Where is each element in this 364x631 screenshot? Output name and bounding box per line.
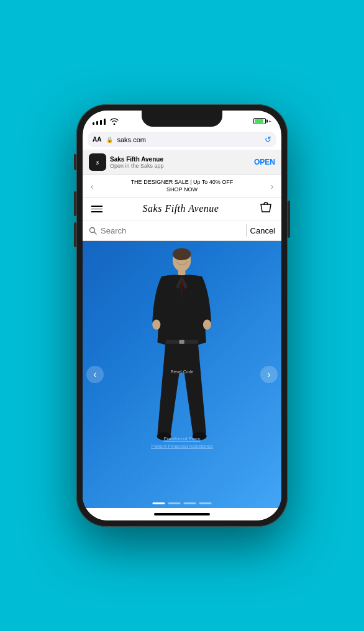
svg-rect-5 [178,270,185,276]
charge-indicator: + [268,119,271,124]
financial-link[interactable]: Patient Financial Assistance [151,443,213,449]
url-text: saks.com [117,136,145,143]
search-input[interactable] [101,226,242,235]
home-indicator [83,508,281,520]
hamburger-line-3 [91,211,102,212]
cancel-button[interactable]: Cancel [250,226,275,235]
battery-icon [253,118,266,124]
svg-rect-10 [180,340,184,345]
promo-text: THE DESIGNER SALE | Up To 40% OFF SHOP N… [96,179,268,193]
phone-inner: + AA 🔒 saks.com ↺ S [83,111,281,520]
nav-bar: Saks Fifth Avenue [83,197,281,220]
promo-line1: THE DESIGNER SALE | Up To 40% OFF [96,179,268,186]
svg-point-8 [203,320,211,330]
app-sub: Open in the Saks app [110,163,254,169]
dot-1[interactable] [153,502,165,504]
carousel-dots [153,502,212,504]
app-info: Saks Fifth Avenue Open in the Saks app [110,156,254,169]
promo-prev-arrow[interactable]: ‹ [88,181,96,191]
url-bar[interactable]: AA 🔒 saks.com ↺ [88,132,276,147]
hamburger-line-1 [91,206,102,207]
hero-next-button[interactable]: › [260,366,278,383]
promo-banner[interactable]: ‹ THE DESIGNER SALE | Up To 40% OFF SHOP… [83,175,281,197]
screen: + AA 🔒 saks.com ↺ S [83,111,281,520]
app-name: Saks Fifth Avenue [110,156,254,163]
phone-frame: + AA 🔒 saks.com ↺ S [76,104,288,527]
hero-background: Reset Code Enrollment Form Patient Finan… [83,241,281,508]
svg-point-7 [153,320,161,330]
search-bar: Cancel [83,220,281,241]
dot-3[interactable] [184,502,196,504]
search-icon [89,227,97,235]
signal-bar-4 [104,119,106,125]
hero-links: Enrollment Form Patient Financial Assist… [151,436,213,449]
signal-bar-1 [93,122,94,125]
enrollment-link[interactable]: Enrollment Form [163,436,200,442]
lock-icon: 🔒 [106,137,113,143]
battery-fill [255,119,263,123]
search-divider [246,224,247,237]
app-icon: S [89,153,106,171]
dot-2[interactable] [168,502,181,504]
promo-line2: SHOP NOW [96,186,268,194]
power-button[interactable] [288,201,290,238]
hamburger-menu[interactable] [91,206,102,212]
open-app-button[interactable]: OPEN [254,158,275,166]
hero-overlay-text: Reset Code [171,370,194,374]
man-svg [131,241,232,494]
bag-icon[interactable] [259,201,273,216]
signal-bar-3 [100,120,102,125]
home-bar [154,513,210,515]
reload-icon[interactable]: ↺ [265,135,271,144]
hero-image [83,241,281,508]
volume-down-button[interactable] [74,222,76,247]
wifi-icon [110,118,119,125]
signal-area [93,118,119,125]
app-icon-inner: S [89,153,106,171]
volume-up-button[interactable] [74,191,76,216]
svg-point-6 [173,248,191,261]
notch [142,111,222,127]
hamburger-line-2 [91,209,102,210]
svg-line-3 [94,232,97,234]
hero-prev-button[interactable]: ‹ [86,366,104,383]
app-banner[interactable]: S Saks Fifth Avenue Open in the Saks app… [83,150,281,175]
svg-text:S: S [96,160,99,166]
signal-bar-2 [96,121,98,125]
mute-button[interactable] [74,154,76,170]
search-input-area[interactable] [89,226,242,235]
saks-logo[interactable]: Saks Fifth Avenue [143,203,219,214]
dot-4[interactable] [199,502,212,504]
hero-area: Reset Code Enrollment Form Patient Finan… [83,241,281,508]
battery-area: + [253,118,271,124]
promo-next-arrow[interactable]: › [268,181,276,191]
aa-button[interactable]: AA [93,136,101,143]
